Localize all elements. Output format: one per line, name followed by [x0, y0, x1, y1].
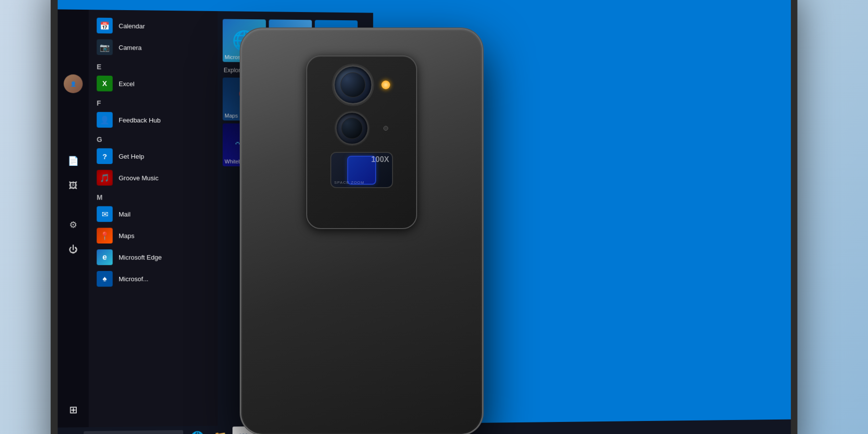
start-button[interactable]: ⊞ — [59, 427, 83, 434]
edge-list-label: Microsoft Edge — [119, 254, 162, 261]
app-item-solitaire[interactable]: ♠ Microsof... — [89, 268, 218, 290]
gethelp-app-label: Get Help — [119, 152, 144, 160]
app-item-camera[interactable]: 📷 Camera — [89, 36, 218, 59]
camera-lens-secondary-1 — [335, 111, 369, 145]
phone-body: SPACE ZOOM 100X — [241, 29, 482, 434]
phone: SPACE ZOOM 100X — [241, 29, 482, 434]
maps-app-label: Maps — [119, 232, 135, 239]
camera-dot-sensor — [383, 126, 388, 131]
calendar-app-label: Calendar — [119, 22, 145, 30]
solitaire-app-icon: ♠ — [97, 271, 113, 287]
solitaire-app-label: Microsof... — [119, 275, 149, 282]
excel-app-label: Excel — [119, 80, 135, 87]
settings-icon-btn[interactable]: ⚙ — [62, 214, 84, 236]
documents-icon-btn[interactable]: 📄 — [62, 150, 84, 172]
section-letter-m: M — [89, 189, 218, 203]
camera-app-icon: 📷 — [97, 39, 113, 55]
mail-app-label: Mail — [119, 210, 131, 217]
camera-sensor-module: SPACE ZOOM 100X — [330, 152, 393, 188]
camera-flash — [381, 81, 390, 89]
power-icon-btn[interactable]: ⏻ — [62, 239, 84, 260]
feedback-app-icon: 👤 — [97, 112, 113, 128]
edge-app-icon: e — [97, 249, 113, 265]
app-item-gethelp[interactable]: ? Get Help — [89, 145, 218, 167]
user-avatar[interactable]: 👤 — [64, 74, 82, 93]
taskbar-app-edge[interactable]: 🌐 — [186, 427, 208, 434]
start-menu-icon-strip: ⊞ 👤 📄 🖼 ⚙ ⏻ — [58, 9, 89, 427]
app-list: 📅 Calendar 📷 Camera E X Excel F — [89, 10, 218, 427]
taskbar-app-explorer[interactable]: 📁 — [209, 427, 231, 434]
app-item-groove[interactable]: 🎵 Groove Music — [89, 167, 218, 189]
gethelp-app-icon: ? — [97, 148, 113, 164]
maps-app-icon: 📍 — [97, 228, 113, 244]
app-item-excel[interactable]: X Excel — [89, 73, 218, 95]
photos-icon-btn[interactable]: 🖼 — [62, 175, 84, 196]
section-letter-f: F — [89, 94, 218, 109]
windows-logo-btn[interactable]: ⊞ — [62, 399, 84, 420]
camera-app-label: Camera — [119, 43, 142, 51]
calendar-app-icon: 📅 — [97, 18, 113, 34]
camera-mid-row — [316, 111, 407, 145]
groove-app-label: Groove Music — [119, 174, 159, 181]
camera-module: SPACE ZOOM 100X — [306, 55, 417, 229]
section-letter-g: G — [89, 131, 218, 146]
mail-app-icon: ✉ — [97, 206, 113, 222]
excel-app-icon: X — [97, 76, 113, 92]
space-zoom-label: SPACE ZOOM — [334, 180, 365, 185]
groove-app-icon: 🎵 — [97, 170, 113, 186]
feedback-app-label: Feedback Hub — [119, 116, 161, 124]
search-box[interactable]: 🔍 Type here to search — [84, 430, 183, 434]
camera-lens-main — [333, 65, 373, 105]
app-item-feedback[interactable]: 👤 Feedback Hub — [89, 109, 218, 131]
app-item-maps[interactable]: 📍 Maps — [89, 225, 218, 246]
zoom-label: 100X — [371, 155, 389, 164]
app-item-calendar[interactable]: 📅 Calendar — [89, 14, 218, 37]
camera-top-row — [316, 65, 407, 105]
app-item-edge[interactable]: e Microsoft Edge — [89, 246, 218, 268]
app-item-mail[interactable]: ✉ Mail — [89, 203, 218, 225]
section-letter-e: E — [89, 58, 218, 74]
